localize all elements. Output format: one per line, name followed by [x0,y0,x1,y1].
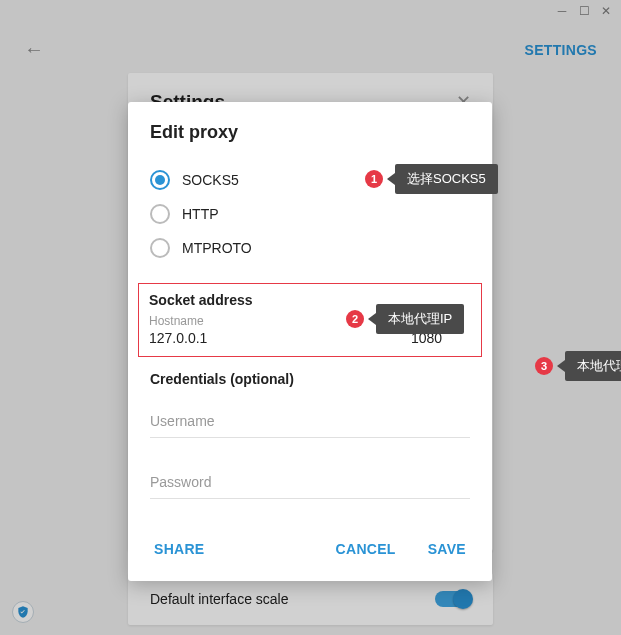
annotation-tip: 本地代理IP [376,304,464,334]
annotation-tip: 选择SOCKS5 [395,164,498,194]
close-window-icon[interactable]: ✕ [599,4,613,18]
arrow-left-icon [387,173,395,185]
minimize-icon[interactable]: ─ [555,4,569,18]
annotation-badge: 3 [535,357,553,375]
dialog-actions: SHARE CANCEL SAVE [150,533,470,565]
arrow-left-icon [368,313,376,325]
annotation-badge: 2 [346,310,364,328]
annotation-3: 3 本地代理默认端口 [535,351,621,381]
window-controls: ─ ☐ ✕ [547,0,621,22]
radio-icon [150,204,170,224]
arrow-left-icon [557,360,565,372]
radio-mtproto[interactable]: MTPROTO [150,231,470,265]
save-button[interactable]: SAVE [424,533,470,565]
annotation-1: 1 选择SOCKS5 [365,164,498,194]
radio-icon [150,238,170,258]
username-input[interactable] [150,405,470,438]
radio-label: SOCKS5 [182,172,239,188]
dialog-title: Edit proxy [150,122,470,143]
radio-icon [150,170,170,190]
annotation-badge: 1 [365,170,383,188]
share-button[interactable]: SHARE [150,533,209,565]
annotation-tip: 本地代理默认端口 [565,351,621,381]
credentials-section-title: Credentials (optional) [150,371,470,387]
annotation-2: 2 本地代理IP [346,304,464,334]
radio-http[interactable]: HTTP [150,197,470,231]
password-input[interactable] [150,466,470,499]
cancel-button[interactable]: CANCEL [332,533,400,565]
radio-label: MTPROTO [182,240,252,256]
radio-label: HTTP [182,206,219,222]
maximize-icon[interactable]: ☐ [577,4,591,18]
